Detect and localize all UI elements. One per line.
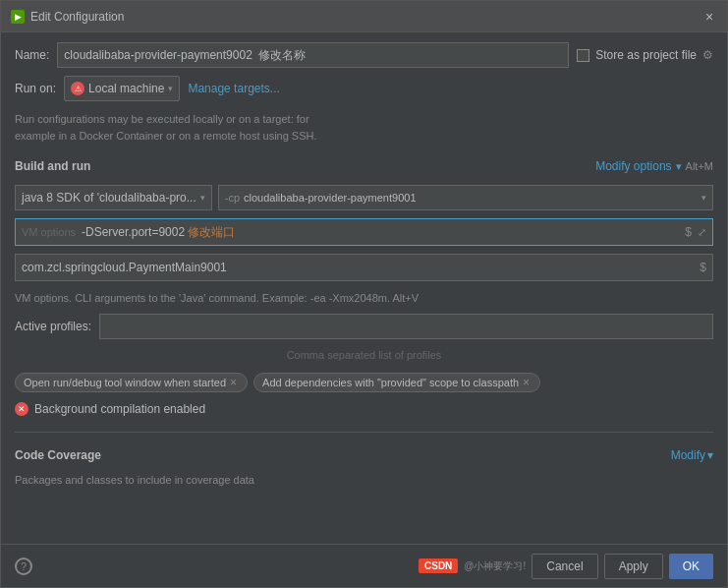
profiles-input[interactable] — [99, 314, 713, 339]
modify-options-shortcut: Alt+M — [686, 160, 713, 172]
background-compilation-row: ✕ Background compilation enabled — [15, 402, 713, 416]
build-run-title: Build and run — [15, 159, 90, 173]
build-run-section-header: Build and run Modify options ▾ Alt+M — [15, 159, 713, 173]
name-row: Name: Store as project file ⚙ — [15, 42, 713, 68]
tag-provided-scope-text: Add dependencies with "provided" scope t… — [262, 377, 519, 388]
cp-flag: -cp — [225, 192, 240, 204]
footer-buttons: CSDN @小神要学习! Cancel Apply OK — [419, 554, 713, 579]
sdk-cp-row: java 8 SDK of 'cloudalibaba-pro... ▾ -cp… — [15, 185, 713, 210]
run-on-row: Run on: ⚠ Local machine ▾ Manage targets… — [15, 76, 713, 101]
store-project-settings-icon[interactable]: ⚙ — [702, 48, 713, 62]
name-input[interactable] — [57, 42, 569, 68]
title-bar: ▶ Edit Configuration × — [1, 1, 727, 32]
background-error-icon: ✕ — [15, 402, 28, 416]
modify-options-link[interactable]: Modify options — [595, 159, 671, 173]
ok-button[interactable]: OK — [669, 554, 713, 579]
machine-name: Local machine — [88, 82, 164, 95]
vm-options-highlight: 修改端口 — [188, 225, 235, 239]
machine-chevron: ▾ — [168, 84, 173, 93]
main-class-dollar-icon[interactable]: $ — [700, 261, 706, 274]
dialog-footer: ? CSDN @小神要学习! Cancel Apply OK — [1, 544, 727, 587]
modify-options-chevron: ▾ — [676, 160, 682, 173]
vm-options-row[interactable]: VM options -DServer.port=9002 修改端口 $ ⤢ — [15, 218, 713, 246]
title-bar-left: ▶ Edit Configuration — [11, 10, 124, 24]
code-coverage-title: Code Coverage — [15, 448, 101, 462]
name-label: Name: — [15, 48, 49, 62]
watermark-text: @小神要学习! — [464, 559, 526, 573]
code-coverage-chevron: ▾ — [707, 448, 713, 462]
active-profiles-label: Active profiles: — [15, 320, 91, 333]
coverage-description: Packages and classes to include in cover… — [15, 474, 713, 486]
active-profiles-row: Active profiles: — [15, 314, 713, 339]
section-divider — [15, 432, 713, 433]
cancel-button[interactable]: Cancel — [532, 554, 597, 579]
tag-run-debug: Open run/debug tool window when started … — [15, 373, 248, 392]
run-description: Run configurations may be executed local… — [15, 109, 713, 146]
csdn-badge: CSDN — [419, 559, 458, 573]
profiles-hint: Comma separated list of profiles — [15, 349, 713, 361]
tags-row: Open run/debug tool window when started … — [15, 373, 713, 392]
dialog-content: Name: Store as project file ⚙ Run on: ⚠ … — [1, 32, 727, 544]
vm-options-text: -DServer.port=9002 — [82, 225, 188, 239]
run-on-label: Run on: — [15, 82, 56, 95]
tag-run-debug-close[interactable]: × — [230, 376, 237, 389]
vm-dollar-icon[interactable]: $ — [685, 225, 692, 239]
manage-targets-link[interactable]: Manage targets... — [188, 82, 279, 95]
code-coverage-header: Code Coverage Modify ▾ — [15, 448, 713, 462]
modify-options-container: Modify options ▾ Alt+M — [595, 159, 713, 173]
run-config-icon: ▶ — [11, 10, 25, 24]
background-compilation-text: Background compilation enabled — [34, 402, 205, 416]
main-class-value: com.zcl.springcloud.PaymentMain9001 — [22, 261, 694, 274]
vm-expand-icon[interactable]: ⤢ — [698, 226, 706, 239]
sdk-value: java 8 SDK of 'cloudalibaba-pro... — [22, 191, 196, 205]
code-coverage-modify-text: Modify — [671, 448, 705, 462]
dialog-title: Edit Configuration — [30, 10, 124, 24]
tag-provided-scope-close[interactable]: × — [523, 376, 530, 389]
cp-value: cloudalibaba-provider-payment9001 — [244, 192, 417, 204]
vm-options-value: -DServer.port=9002 修改端口 — [82, 224, 679, 241]
store-project-container: Store as project file ⚙ — [577, 48, 713, 62]
tag-provided-scope: Add dependencies with "provided" scope t… — [253, 373, 540, 392]
store-project-checkbox[interactable] — [577, 49, 589, 62]
cp-chevron: ▾ — [701, 193, 706, 203]
cli-hint: VM options. CLI arguments to the 'Java' … — [15, 291, 713, 306]
vm-options-placeholder: VM options — [22, 226, 76, 238]
close-button[interactable]: × — [701, 9, 717, 25]
cp-select[interactable]: -cp cloudalibaba-provider-payment9001 ▾ — [218, 185, 713, 210]
code-coverage-modify[interactable]: Modify ▾ — [671, 448, 713, 462]
main-class-row: com.zcl.springcloud.PaymentMain9001 $ — [15, 254, 713, 281]
sdk-chevron: ▾ — [200, 193, 205, 203]
machine-icon: ⚠ — [71, 82, 84, 95]
store-project-label: Store as project file — [595, 48, 697, 62]
sdk-select[interactable]: java 8 SDK of 'cloudalibaba-pro... ▾ — [15, 185, 212, 210]
help-button[interactable]: ? — [15, 558, 32, 575]
tag-run-debug-text: Open run/debug tool window when started — [24, 377, 226, 388]
edit-configuration-dialog: ▶ Edit Configuration × Name: Store as pr… — [0, 0, 728, 588]
apply-button[interactable]: Apply — [604, 554, 663, 579]
machine-select[interactable]: ⚠ Local machine ▾ — [64, 76, 180, 101]
